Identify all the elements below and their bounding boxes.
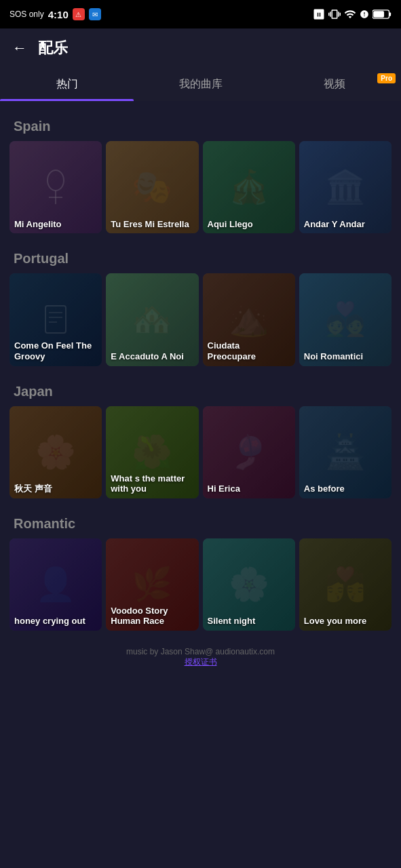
status-left: SOS only 4:10 ⚠ ✉ (9, 8, 101, 20)
card-label: 秋天 声音 (9, 479, 57, 498)
card-label: honey crying out (9, 612, 90, 631)
tab-bar: 热门 我的曲库 视频 Pro (0, 68, 401, 101)
card-silent-night[interactable]: 🌸 Silent night (203, 538, 295, 631)
back-button[interactable]: ← (12, 39, 27, 57)
tab-hot[interactable]: 热门 (0, 68, 134, 101)
footer: music by Jason Shaw@ audionautix.com 授权证… (0, 637, 401, 682)
spain-grid: Mi Angelito 🎭 Tu Eres Mi Estrella 🎪 Aqui… (0, 141, 401, 233)
card-honey-crying[interactable]: 👤 honey crying out (9, 538, 102, 631)
card-mi-angelito[interactable]: Mi Angelito (9, 141, 102, 233)
battery-icon (373, 9, 392, 19)
vibrate-icon (328, 8, 341, 20)
card-what-s-matter[interactable]: 🌺 What s the matter with you (106, 406, 198, 498)
card-aqui-llego[interactable]: 🎪 Aqui Llego (203, 141, 295, 233)
card-label: Mi Angelito (9, 215, 66, 234)
page-header: ← 配乐 (0, 28, 401, 68)
card-qiutian[interactable]: 🌸 秋天 声音 (9, 406, 102, 498)
wifi-icon (344, 8, 356, 20)
mail-icon: ✉ (89, 8, 101, 20)
card-accaduto[interactable]: 🏘️ E Accaduto A Noi (106, 273, 198, 366)
section-romantic: Romantic 👤 honey crying out 🌿 Voodoo Sto… (0, 505, 401, 631)
section-title-japan: Japan (0, 373, 401, 406)
card-andar[interactable]: 🏛️ Andar Y Andar (299, 141, 392, 233)
romantic-grid: 👤 honey crying out 🌿 Voodoo Story Human … (0, 538, 401, 631)
card-label: Hi Erica (203, 479, 245, 498)
card-tu-eres[interactable]: 🎭 Tu Eres Mi Estrella (106, 141, 198, 233)
section-title-romantic: Romantic (0, 505, 401, 538)
card-noi-romantici[interactable]: 💑 Noi Romantici (299, 273, 392, 366)
tab-library[interactable]: 我的曲库 (134, 68, 267, 101)
portugal-grid: Come On Feel The Groovy 🏘️ E Accaduto A … (0, 273, 401, 366)
pro-badge: Pro (377, 73, 396, 83)
content-area: Spain Mi Angelito 🎭 Tu Eres Mi Est (0, 101, 401, 695)
card-label: Tu Eres Mi Estrella (106, 215, 193, 234)
section-title-spain: Spain (0, 108, 401, 141)
signal-icon (360, 8, 369, 20)
sos-text: SOS only (9, 9, 44, 19)
nfc-icon (313, 8, 325, 20)
card-label: As before (299, 479, 349, 498)
status-bar: SOS only 4:10 ⚠ ✉ (0, 0, 401, 28)
card-label: Silent night (203, 612, 261, 631)
svg-rect-2 (373, 11, 384, 18)
svg-rect-1 (389, 12, 392, 16)
card-label: Aqui Llego (203, 215, 258, 234)
footer-license-link[interactable]: 授权证书 (185, 657, 217, 667)
card-as-before[interactable]: 🏯 As before (299, 406, 392, 498)
section-title-portugal: Portugal (0, 240, 401, 273)
card-voodoo-story[interactable]: 🌿 Voodoo Story Human Race (106, 538, 198, 631)
card-love-you-more[interactable]: 💏 Love you more (299, 538, 392, 631)
tab-video[interactable]: 视频 Pro (267, 68, 401, 101)
section-japan: Japan 🌸 秋天 声音 🌺 What s the matter with y… (0, 373, 401, 498)
card-label: Voodoo Story Human Race (106, 601, 198, 631)
notification-icon: ⚠ (73, 8, 85, 20)
card-label: Andar Y Andar (299, 215, 370, 234)
card-ciudata[interactable]: ⛰️ Ciudata Preocupare (203, 273, 295, 366)
card-come-on[interactable]: Come On Feel The Groovy (9, 273, 102, 366)
card-label: Love you more (299, 612, 371, 631)
card-label: Noi Romantici (299, 347, 368, 366)
card-label: Ciudata Preocupare (203, 336, 295, 366)
status-time: 4:10 (48, 9, 69, 20)
status-right (313, 8, 392, 20)
card-label: What s the matter with you (106, 469, 198, 498)
page-title: 配乐 (38, 38, 68, 58)
japan-grid: 🌸 秋天 声音 🌺 What s the matter with you 🎐 H… (0, 406, 401, 498)
footer-credit: music by Jason Shaw@ audionautix.com (14, 647, 387, 656)
section-spain: Spain Mi Angelito 🎭 Tu Eres Mi Est (0, 108, 401, 233)
section-portugal: Portugal Come On Feel The Groovy 🏘️ (0, 240, 401, 366)
card-label: Come On Feel The Groovy (9, 336, 102, 366)
card-hi-erica[interactable]: 🎐 Hi Erica (203, 406, 295, 498)
card-label: E Accaduto A Noi (106, 347, 189, 366)
